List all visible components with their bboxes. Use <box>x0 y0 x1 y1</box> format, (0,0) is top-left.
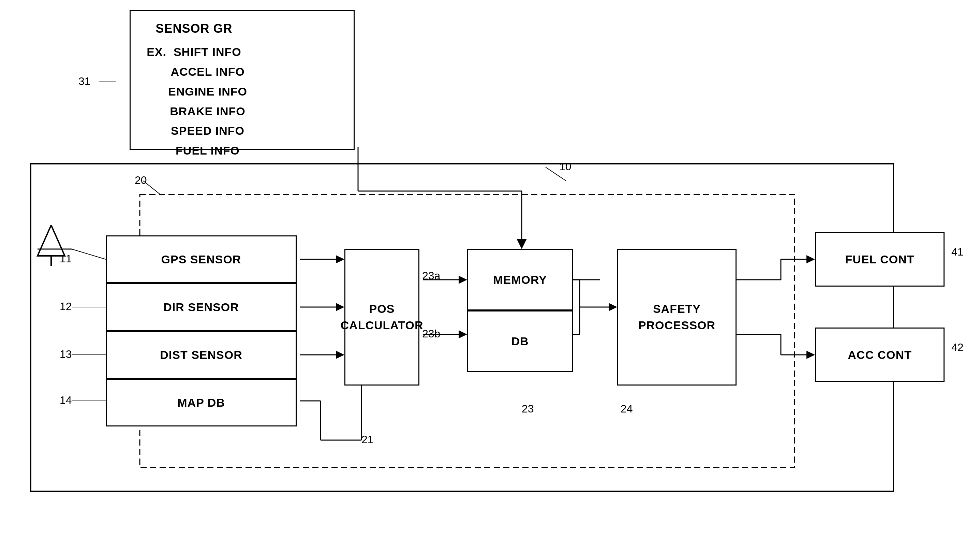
svg-marker-43 <box>38 225 65 256</box>
memory-label: MEMORY <box>493 273 547 287</box>
dir-sensor-box: DIR SENSOR <box>106 283 297 331</box>
ref-label-21: 21 <box>361 433 374 446</box>
dist-sensor-label: DIST SENSOR <box>160 348 242 362</box>
fuel-cont-box: FUEL CONT <box>815 232 945 287</box>
safety-processor-box: SAFETYPROCESSOR <box>617 249 737 386</box>
svg-marker-18 <box>459 276 467 284</box>
db-label: DB <box>511 335 528 348</box>
ref-label-41: 41 <box>951 245 964 258</box>
map-db-box: MAP DB <box>106 379 297 427</box>
ref-label-23a: 23a <box>422 269 440 282</box>
diagram: SENSOR GR EX. SHIFT INFO ACCEL INFO ENGI… <box>0 0 980 537</box>
sensor-gr-ex: EX. SHIFT INFO <box>141 42 247 62</box>
acc-cont-label: ACC CONT <box>848 348 912 362</box>
svg-marker-5 <box>517 239 527 249</box>
sensor-gr-speed: SPEED INFO <box>141 121 247 141</box>
sensor-gr-accel: ACCEL INFO <box>141 62 247 82</box>
sensor-gr-fuel: FUEL INFO <box>141 141 247 161</box>
sensor-gr-brake: BRAKE INFO <box>141 102 247 121</box>
sensor-gr-content: SENSOR GR EX. SHIFT INFO ACCEL INFO ENGI… <box>141 18 247 161</box>
ref-label-24: 24 <box>620 403 633 415</box>
pos-calculator-label: POSCALCULATOR <box>340 301 423 333</box>
svg-marker-30 <box>807 255 815 263</box>
sensor-gr-box: SENSOR GR EX. SHIFT INFO ACCEL INFO ENGI… <box>130 10 355 150</box>
pos-calculator-box: POSCALCULATOR <box>344 249 419 386</box>
ref-label-31: 31 <box>78 75 91 88</box>
gps-sensor-box: GPS SENSOR <box>106 236 297 283</box>
svg-marker-11 <box>336 351 344 359</box>
svg-marker-26 <box>609 303 617 311</box>
ref-label-23: 23 <box>522 403 534 415</box>
svg-line-36 <box>72 249 106 259</box>
db-box: DB <box>467 311 573 372</box>
ref-label-11: 11 <box>60 252 72 265</box>
ref-label-10: 10 <box>559 160 571 173</box>
ref-label-23b: 23b <box>422 328 440 340</box>
sensor-gr-title: SENSOR GR <box>141 18 247 39</box>
ref-label-42: 42 <box>951 341 964 354</box>
ref-label-14: 14 <box>60 394 72 407</box>
memory-box: MEMORY <box>467 249 573 311</box>
dist-sensor-box: DIST SENSOR <box>106 331 297 379</box>
dir-sensor-label: DIR SENSOR <box>163 301 239 314</box>
ref-label-20: 20 <box>135 174 147 186</box>
svg-marker-34 <box>807 351 815 359</box>
ref-label-13: 13 <box>60 348 72 361</box>
acc-cont-box: ACC CONT <box>815 328 945 382</box>
ref-label-12: 12 <box>60 300 72 313</box>
svg-marker-20 <box>459 330 467 338</box>
safety-processor-label: SAFETYPROCESSOR <box>638 301 715 333</box>
fuel-cont-label: FUEL CONT <box>845 253 915 266</box>
sensor-gr-engine: ENGINE INFO <box>141 82 247 102</box>
svg-marker-7 <box>336 255 344 263</box>
map-db-label: MAP DB <box>177 396 225 410</box>
gps-sensor-label: GPS SENSOR <box>161 253 242 266</box>
